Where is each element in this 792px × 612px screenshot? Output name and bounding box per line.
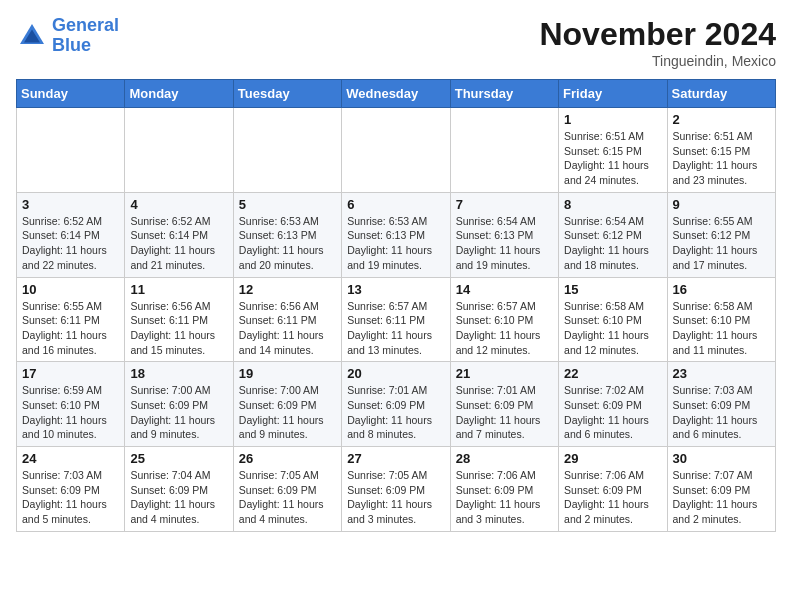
day-number: 29 xyxy=(564,451,661,466)
day-number: 1 xyxy=(564,112,661,127)
calendar-cell: 24Sunrise: 7:03 AMSunset: 6:09 PMDayligh… xyxy=(17,447,125,532)
calendar-cell: 28Sunrise: 7:06 AMSunset: 6:09 PMDayligh… xyxy=(450,447,558,532)
day-number: 26 xyxy=(239,451,336,466)
page-header: General Blue November 2024 Tingueindin, … xyxy=(16,16,776,69)
day-info: Sunrise: 6:56 AMSunset: 6:11 PMDaylight:… xyxy=(130,299,227,358)
day-info: Sunrise: 7:06 AMSunset: 6:09 PMDaylight:… xyxy=(564,468,661,527)
day-number: 3 xyxy=(22,197,119,212)
calendar-cell: 3Sunrise: 6:52 AMSunset: 6:14 PMDaylight… xyxy=(17,192,125,277)
month-title: November 2024 xyxy=(539,16,776,53)
calendar-cell: 4Sunrise: 6:52 AMSunset: 6:14 PMDaylight… xyxy=(125,192,233,277)
day-info: Sunrise: 7:02 AMSunset: 6:09 PMDaylight:… xyxy=(564,383,661,442)
location: Tingueindin, Mexico xyxy=(539,53,776,69)
day-number: 30 xyxy=(673,451,770,466)
calendar-cell: 30Sunrise: 7:07 AMSunset: 6:09 PMDayligh… xyxy=(667,447,775,532)
day-number: 21 xyxy=(456,366,553,381)
calendar-cell: 23Sunrise: 7:03 AMSunset: 6:09 PMDayligh… xyxy=(667,362,775,447)
day-number: 28 xyxy=(456,451,553,466)
day-number: 18 xyxy=(130,366,227,381)
day-info: Sunrise: 7:01 AMSunset: 6:09 PMDaylight:… xyxy=(456,383,553,442)
day-info: Sunrise: 7:04 AMSunset: 6:09 PMDaylight:… xyxy=(130,468,227,527)
calendar-cell: 6Sunrise: 6:53 AMSunset: 6:13 PMDaylight… xyxy=(342,192,450,277)
calendar-cell xyxy=(233,108,341,193)
day-info: Sunrise: 6:53 AMSunset: 6:13 PMDaylight:… xyxy=(239,214,336,273)
calendar-cell: 25Sunrise: 7:04 AMSunset: 6:09 PMDayligh… xyxy=(125,447,233,532)
day-info: Sunrise: 7:01 AMSunset: 6:09 PMDaylight:… xyxy=(347,383,444,442)
day-number: 23 xyxy=(673,366,770,381)
calendar-week-row: 10Sunrise: 6:55 AMSunset: 6:11 PMDayligh… xyxy=(17,277,776,362)
day-number: 6 xyxy=(347,197,444,212)
calendar-cell: 15Sunrise: 6:58 AMSunset: 6:10 PMDayligh… xyxy=(559,277,667,362)
calendar-cell: 27Sunrise: 7:05 AMSunset: 6:09 PMDayligh… xyxy=(342,447,450,532)
calendar-cell: 10Sunrise: 6:55 AMSunset: 6:11 PMDayligh… xyxy=(17,277,125,362)
day-info: Sunrise: 7:00 AMSunset: 6:09 PMDaylight:… xyxy=(130,383,227,442)
weekday-header-thursday: Thursday xyxy=(450,80,558,108)
logo-icon xyxy=(16,20,48,52)
day-info: Sunrise: 6:54 AMSunset: 6:12 PMDaylight:… xyxy=(564,214,661,273)
day-number: 8 xyxy=(564,197,661,212)
day-number: 12 xyxy=(239,282,336,297)
calendar-cell: 7Sunrise: 6:54 AMSunset: 6:13 PMDaylight… xyxy=(450,192,558,277)
calendar-week-row: 3Sunrise: 6:52 AMSunset: 6:14 PMDaylight… xyxy=(17,192,776,277)
day-info: Sunrise: 6:53 AMSunset: 6:13 PMDaylight:… xyxy=(347,214,444,273)
day-info: Sunrise: 6:57 AMSunset: 6:11 PMDaylight:… xyxy=(347,299,444,358)
logo: General Blue xyxy=(16,16,119,56)
calendar-cell: 8Sunrise: 6:54 AMSunset: 6:12 PMDaylight… xyxy=(559,192,667,277)
day-info: Sunrise: 6:52 AMSunset: 6:14 PMDaylight:… xyxy=(130,214,227,273)
day-info: Sunrise: 7:03 AMSunset: 6:09 PMDaylight:… xyxy=(673,383,770,442)
day-info: Sunrise: 7:03 AMSunset: 6:09 PMDaylight:… xyxy=(22,468,119,527)
day-number: 13 xyxy=(347,282,444,297)
day-number: 24 xyxy=(22,451,119,466)
day-info: Sunrise: 7:05 AMSunset: 6:09 PMDaylight:… xyxy=(347,468,444,527)
calendar-table: SundayMondayTuesdayWednesdayThursdayFrid… xyxy=(16,79,776,532)
calendar-cell xyxy=(450,108,558,193)
calendar-cell: 17Sunrise: 6:59 AMSunset: 6:10 PMDayligh… xyxy=(17,362,125,447)
day-number: 15 xyxy=(564,282,661,297)
day-number: 20 xyxy=(347,366,444,381)
weekday-header-tuesday: Tuesday xyxy=(233,80,341,108)
title-block: November 2024 Tingueindin, Mexico xyxy=(539,16,776,69)
day-info: Sunrise: 6:58 AMSunset: 6:10 PMDaylight:… xyxy=(564,299,661,358)
calendar-cell: 21Sunrise: 7:01 AMSunset: 6:09 PMDayligh… xyxy=(450,362,558,447)
weekday-header-sunday: Sunday xyxy=(17,80,125,108)
calendar-cell: 9Sunrise: 6:55 AMSunset: 6:12 PMDaylight… xyxy=(667,192,775,277)
calendar-cell: 20Sunrise: 7:01 AMSunset: 6:09 PMDayligh… xyxy=(342,362,450,447)
day-number: 25 xyxy=(130,451,227,466)
calendar-cell xyxy=(125,108,233,193)
day-number: 27 xyxy=(347,451,444,466)
weekday-header-saturday: Saturday xyxy=(667,80,775,108)
calendar-cell: 14Sunrise: 6:57 AMSunset: 6:10 PMDayligh… xyxy=(450,277,558,362)
day-info: Sunrise: 7:00 AMSunset: 6:09 PMDaylight:… xyxy=(239,383,336,442)
day-info: Sunrise: 6:52 AMSunset: 6:14 PMDaylight:… xyxy=(22,214,119,273)
day-number: 16 xyxy=(673,282,770,297)
day-number: 4 xyxy=(130,197,227,212)
calendar-week-row: 17Sunrise: 6:59 AMSunset: 6:10 PMDayligh… xyxy=(17,362,776,447)
calendar-cell: 1Sunrise: 6:51 AMSunset: 6:15 PMDaylight… xyxy=(559,108,667,193)
day-number: 10 xyxy=(22,282,119,297)
calendar-cell xyxy=(17,108,125,193)
logo-text: General Blue xyxy=(52,16,119,56)
day-info: Sunrise: 6:51 AMSunset: 6:15 PMDaylight:… xyxy=(564,129,661,188)
calendar-week-row: 24Sunrise: 7:03 AMSunset: 6:09 PMDayligh… xyxy=(17,447,776,532)
day-number: 14 xyxy=(456,282,553,297)
calendar-header-row: SundayMondayTuesdayWednesdayThursdayFrid… xyxy=(17,80,776,108)
day-info: Sunrise: 6:55 AMSunset: 6:11 PMDaylight:… xyxy=(22,299,119,358)
calendar-cell: 19Sunrise: 7:00 AMSunset: 6:09 PMDayligh… xyxy=(233,362,341,447)
day-number: 9 xyxy=(673,197,770,212)
day-number: 19 xyxy=(239,366,336,381)
day-info: Sunrise: 6:55 AMSunset: 6:12 PMDaylight:… xyxy=(673,214,770,273)
day-number: 17 xyxy=(22,366,119,381)
day-info: Sunrise: 6:56 AMSunset: 6:11 PMDaylight:… xyxy=(239,299,336,358)
day-info: Sunrise: 6:57 AMSunset: 6:10 PMDaylight:… xyxy=(456,299,553,358)
weekday-header-wednesday: Wednesday xyxy=(342,80,450,108)
day-info: Sunrise: 6:54 AMSunset: 6:13 PMDaylight:… xyxy=(456,214,553,273)
day-info: Sunrise: 6:59 AMSunset: 6:10 PMDaylight:… xyxy=(22,383,119,442)
calendar-cell: 5Sunrise: 6:53 AMSunset: 6:13 PMDaylight… xyxy=(233,192,341,277)
day-info: Sunrise: 7:06 AMSunset: 6:09 PMDaylight:… xyxy=(456,468,553,527)
day-number: 22 xyxy=(564,366,661,381)
day-info: Sunrise: 6:58 AMSunset: 6:10 PMDaylight:… xyxy=(673,299,770,358)
calendar-week-row: 1Sunrise: 6:51 AMSunset: 6:15 PMDaylight… xyxy=(17,108,776,193)
calendar-cell: 11Sunrise: 6:56 AMSunset: 6:11 PMDayligh… xyxy=(125,277,233,362)
calendar-cell: 26Sunrise: 7:05 AMSunset: 6:09 PMDayligh… xyxy=(233,447,341,532)
day-number: 5 xyxy=(239,197,336,212)
